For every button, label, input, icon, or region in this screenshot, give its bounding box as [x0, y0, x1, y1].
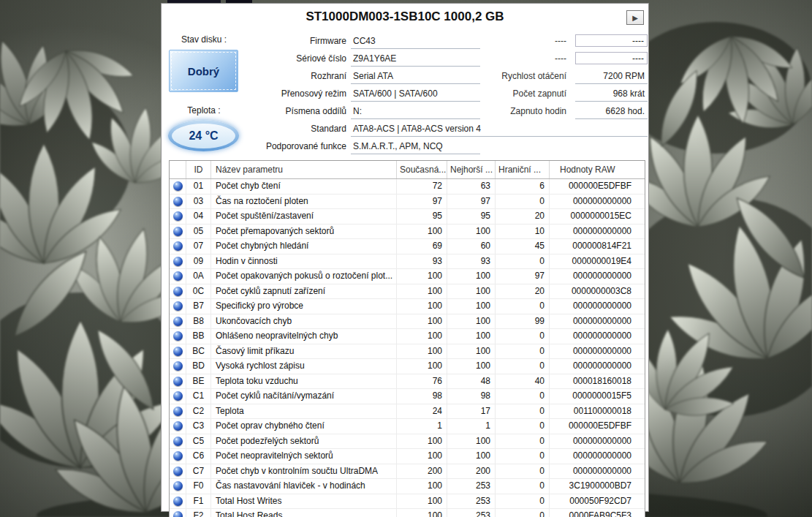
- cell-parameter-name: Hodin v činnosti: [211, 254, 397, 269]
- table-row[interactable]: 09Hodin v činnosti939300000000019E4: [170, 254, 645, 270]
- cell-threshold: 10: [496, 224, 550, 239]
- field-label: Zapnuto hodin: [162, 105, 570, 119]
- table-row[interactable]: 05Počet přemapovaných sektorů10010010000…: [170, 224, 645, 240]
- table-row[interactable]: BBOhlášeno neopravitelných chyb100100000…: [170, 329, 645, 344]
- status-sphere-cell: [170, 464, 186, 479]
- header-cell: ID: [186, 161, 211, 178]
- table-row[interactable]: B8Ukončovacích chyb10010099000000000000: [170, 314, 645, 330]
- cell-id: BC: [186, 344, 211, 359]
- drive-title: ST1000DM003-1SB10C 1000,2 GB: [162, 10, 648, 24]
- status-sphere-cell: [170, 224, 186, 239]
- field-label: Rychlost otáčení: [162, 69, 570, 84]
- table-row[interactable]: 07Počet chybných hledání696045000000814F…: [170, 239, 645, 254]
- cell-worst: 100: [447, 344, 496, 359]
- blue-sphere-icon: [173, 467, 183, 476]
- cell-id: 03: [186, 195, 211, 209]
- cell-raw-value: 000000E5DFBF: [550, 179, 645, 194]
- cell-parameter-name: Počet podezřelých sektorů: [211, 434, 397, 449]
- cell-threshold: 0: [496, 494, 550, 509]
- cell-id: 05: [186, 224, 211, 239]
- status-sphere-cell: [170, 269, 186, 284]
- play-icon: ▶: [632, 14, 638, 22]
- cell-current: 100: [397, 479, 447, 494]
- blue-sphere-icon: [173, 391, 183, 401]
- cell-current: 100: [397, 269, 447, 284]
- cell-current: 100: [397, 344, 447, 359]
- cell-parameter-name: Počet chyb čtení: [211, 179, 397, 194]
- status-sphere-cell: [170, 195, 186, 209]
- cell-id: 0C: [186, 284, 211, 299]
- table-row[interactable]: 01Počet chyb čtení72636000000E5DFBF: [170, 179, 645, 195]
- cell-parameter-name: Teplota: [211, 404, 397, 419]
- table-row[interactable]: F2Total Host Reads10025300000FAB9C5F3: [170, 509, 645, 517]
- right-field-row: --------: [162, 34, 650, 49]
- play-button[interactable]: ▶: [626, 10, 644, 25]
- header-cell: Nejhorší ...: [447, 161, 496, 178]
- cell-worst: 100: [447, 314, 496, 329]
- cell-threshold: 0: [496, 195, 550, 209]
- table-row[interactable]: F1Total Host Writes1002530000050F92CD7: [170, 494, 645, 510]
- field-value[interactable]: 968 krát: [575, 87, 648, 102]
- cell-threshold: 0: [496, 344, 550, 359]
- table-row[interactable]: C2Teplota24170001100000018: [170, 404, 645, 420]
- blue-sphere-icon: [173, 451, 183, 461]
- cell-raw-value: 000018160018: [550, 374, 645, 389]
- field-value[interactable]: 7200 RPM: [575, 69, 648, 84]
- cell-raw-value: 000000000000: [550, 269, 645, 284]
- blue-sphere-icon: [173, 301, 183, 311]
- cell-raw-value: 0000000015EC: [550, 209, 645, 224]
- smart-attribute-table: IDNázev parametruSoučasná...Nejhorší ...…: [169, 160, 645, 517]
- cell-id: BE: [186, 374, 211, 389]
- table-row[interactable]: 0APočet opakovaných pokusů o roztočení p…: [170, 269, 645, 284]
- cell-worst: 100: [447, 299, 496, 314]
- table-row[interactable]: C1Počet cyklů načítání/vymazání989800000…: [170, 389, 645, 404]
- cell-worst: 60: [447, 239, 496, 254]
- table-row[interactable]: 0CPočet cyklů zapnutí zařízení1001002000…: [170, 284, 645, 300]
- field-value[interactable]: ATA8-ACS | ATA8-ACS version 4: [351, 122, 648, 137]
- right-field-row: --------: [162, 52, 650, 67]
- field-value[interactable]: S.M.A.R.T., APM, NCQ: [351, 140, 480, 154]
- cell-raw-value: 000000000000: [550, 449, 645, 464]
- status-sphere-cell: [170, 329, 186, 344]
- cell-id: F0: [186, 479, 211, 494]
- cell-worst: 253: [447, 494, 496, 509]
- field-value[interactable]: ----: [575, 34, 648, 47]
- cell-current: 100: [397, 359, 447, 374]
- cell-parameter-name: Čas na roztočení ploten: [211, 195, 397, 209]
- cell-threshold: 0: [496, 404, 550, 419]
- status-sphere-cell: [170, 389, 186, 404]
- blue-sphere-icon: [173, 181, 183, 191]
- table-row[interactable]: BDVysoká rychlost zápisu1001000000000000…: [170, 359, 645, 374]
- table-row[interactable]: C5Počet podezřelých sektorů1001000000000…: [170, 434, 645, 450]
- right-field-row: Rychlost otáčení7200 RPM: [162, 69, 650, 84]
- right-field-row: Zapnuto hodin6628 hod.: [162, 105, 650, 119]
- cell-raw-value: 000050F92CD7: [550, 494, 645, 509]
- cell-parameter-name: Total Host Reads: [211, 509, 397, 517]
- field-label: Počet zapnutí: [162, 87, 570, 102]
- cell-worst: 48: [447, 374, 496, 389]
- cell-parameter-name: Počet chyb v kontrolním součtu UltraDMA: [211, 464, 397, 479]
- cell-worst: 63: [447, 179, 496, 194]
- table-row[interactable]: 04Počet spuštění/zastavení95952000000000…: [170, 209, 645, 224]
- field-value[interactable]: ----: [575, 52, 648, 64]
- table-row[interactable]: B7Specifický pro výrobce1001000000000000…: [170, 299, 645, 314]
- field-value[interactable]: 6628 hod.: [575, 105, 648, 119]
- cell-threshold: 0: [496, 419, 550, 434]
- cell-raw-value: 000000000000: [550, 224, 645, 239]
- table-row[interactable]: 03Čas na roztočení ploten979700000000000…: [170, 195, 645, 210]
- table-row[interactable]: C6Počet neopravitelných sektorů100100000…: [170, 449, 645, 464]
- cell-raw-value: 0000000003C8: [550, 284, 645, 299]
- table-row[interactable]: C7Počet chyb v kontrolním součtu UltraDM…: [170, 464, 645, 480]
- blue-sphere-icon: [173, 257, 183, 266]
- cell-worst: 1: [447, 419, 496, 434]
- header-cell: Hodnoty RAW: [550, 161, 645, 178]
- table-row[interactable]: F0Čas nastavování hlaviček - v hodinách1…: [170, 479, 645, 494]
- cell-parameter-name: Počet opakovaných pokusů o roztočení plo…: [211, 269, 397, 284]
- cell-current: 100: [397, 299, 447, 314]
- cell-threshold: 40: [496, 374, 550, 389]
- cell-parameter-name: Počet chybných hledání: [211, 239, 397, 254]
- table-row[interactable]: BCČasový limit příkazu100100000000000000…: [170, 344, 645, 360]
- blue-sphere-icon: [173, 331, 183, 341]
- table-row[interactable]: C3Počet oprav chybného čtení110000000E5D…: [170, 419, 645, 434]
- table-row[interactable]: BETeplota toku vzduchu764840000018160018: [170, 374, 645, 390]
